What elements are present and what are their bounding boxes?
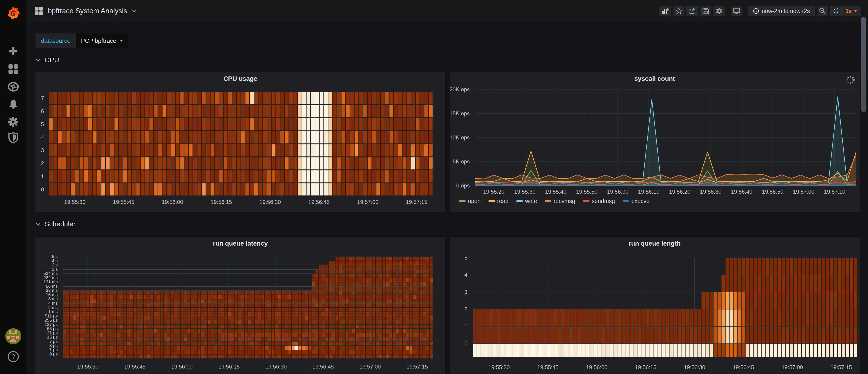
legend-swatch: [517, 200, 523, 202]
x-tick-label: 19:55:50: [576, 189, 597, 195]
legend-item-read[interactable]: read: [489, 198, 508, 205]
x-tick-label: 19:57:00: [793, 189, 814, 195]
y-tick-label: 7: [41, 95, 44, 101]
legend-item-recvmsg[interactable]: recvmsg: [545, 198, 575, 205]
x-tick-label: 19:57:00: [357, 199, 378, 205]
x-tick-label: 19:57:00: [782, 364, 803, 371]
chevron-down-icon: [35, 222, 41, 226]
x-tick-label: 19:56:30: [700, 189, 721, 195]
syscall-line-chart[interactable]: [475, 90, 856, 186]
syscall-y-axis: 20K ops15K ops10K ops5K ops0 ops: [450, 90, 472, 186]
row-header-cpu[interactable]: CPU: [35, 56, 59, 64]
refresh-icon: [833, 8, 839, 14]
top-navbar: bpftrace System Analysis: [26, 0, 868, 22]
legend-label: write: [525, 198, 537, 205]
y-tick-label: 1: [464, 323, 467, 330]
grafana-dashboard: ? bpftrace System Analysis: [0, 0, 868, 374]
avatar-icon: [5, 328, 21, 344]
dashboard-title[interactable]: bpftrace System Analysis: [48, 7, 127, 15]
time-range-picker[interactable]: now-2m to now+2s: [748, 6, 815, 16]
legend-item-open[interactable]: open: [459, 198, 481, 205]
y-tick-label: 0 µs: [50, 351, 58, 356]
y-tick-label: 3: [41, 147, 44, 154]
legend-label: read: [497, 198, 508, 205]
panel-run-queue-length: run queue length 543210 19:55:3019:55:45…: [450, 237, 860, 374]
y-tick-label: 5K ops: [453, 158, 470, 165]
cycle-view-monitor-icon: [733, 7, 740, 14]
datasource-label: datasource: [35, 33, 76, 48]
window-scrollbar[interactable]: [861, 17, 866, 112]
legend-item-sendmsg[interactable]: sendmsg: [583, 198, 615, 205]
panel-title-run-queue-latency[interactable]: run queue latency: [36, 240, 445, 247]
mark-favorite-button[interactable]: [673, 6, 684, 16]
add-panel-button[interactable]: [659, 6, 671, 16]
x-tick-label: 19:57:15: [831, 364, 852, 371]
sidebar-item-explore[interactable]: [7, 81, 19, 93]
datasource-value-dropdown[interactable]: PCP bpftrace: [76, 33, 128, 48]
x-tick-label: 19:56:00: [171, 364, 192, 370]
rq-length-heatmap[interactable]: [473, 258, 858, 357]
dashboard-settings-button[interactable]: [713, 6, 725, 16]
star-icon: [675, 7, 682, 14]
y-tick-label: 5: [464, 254, 467, 261]
legend-label: execve: [631, 198, 649, 205]
user-avatar[interactable]: [5, 328, 22, 344]
refresh-caret-down-icon: [854, 10, 857, 12]
y-tick-label: 4: [41, 134, 44, 141]
x-tick-label: 19:55:45: [113, 199, 134, 205]
panel-title-cpu-usage[interactable]: CPU usage: [36, 75, 445, 83]
x-tick-label: 19:55:45: [124, 364, 145, 370]
add-panel-icon: [662, 8, 669, 14]
x-tick-label: 19:56:00: [586, 364, 607, 371]
grafana-logo[interactable]: [5, 5, 22, 22]
sidebar-item-help[interactable]: ?: [7, 351, 19, 363]
panel-cpu-usage: CPU usage 76543210 19:55:3019:55:4519:56…: [35, 72, 445, 212]
legend-label: recvmsg: [554, 198, 575, 205]
y-tick-label: 5: [41, 121, 44, 127]
x-tick-label: 19:56:45: [308, 199, 330, 205]
x-tick-label: 19:56:45: [312, 364, 334, 370]
y-tick-label: 0: [464, 340, 467, 347]
cpu-usage-heatmap[interactable]: [49, 92, 433, 196]
title-caret-down-icon[interactable]: [132, 9, 136, 12]
row-header-scheduler[interactable]: Scheduler: [35, 220, 75, 228]
x-tick-label: 19:56:50: [762, 189, 783, 195]
zoom-out-time-button[interactable]: [817, 6, 828, 16]
refresh-interval-dropdown[interactable]: 1s: [842, 8, 861, 14]
share-button[interactable]: [686, 6, 698, 16]
row-title-scheduler: Scheduler: [44, 220, 75, 228]
x-tick-label: 19:56:40: [731, 189, 752, 195]
x-tick-label: 19:56:30: [265, 364, 287, 370]
refresh-button[interactable]: [831, 6, 842, 16]
legend-swatch: [545, 200, 551, 202]
sidebar-item-server-admin[interactable]: [7, 132, 19, 144]
cycle-view-mode-button[interactable]: [731, 6, 742, 16]
configuration-gear-icon: [8, 116, 19, 127]
dashboard-grid-icon[interactable]: [35, 7, 43, 15]
svg-text:?: ?: [11, 353, 15, 360]
x-tick-label: 19:56:20: [669, 189, 690, 195]
x-tick-label: 19:56:30: [259, 199, 281, 205]
chevron-down-icon: [35, 58, 41, 62]
legend-item-write[interactable]: write: [517, 198, 537, 205]
clock-icon: [753, 8, 759, 14]
sidebar-item-dashboards[interactable]: [7, 63, 19, 75]
panel-title-syscall-count[interactable]: syscall count: [450, 75, 859, 83]
rq-latency-heatmap[interactable]: [63, 257, 433, 359]
rq-length-x-axis: 19:55:3019:55:4519:56:0019:56:1519:56:30…: [473, 364, 858, 372]
panel-title-run-queue-length[interactable]: run queue length: [450, 240, 859, 247]
sidebar-item-configuration[interactable]: [7, 116, 19, 128]
y-tick-label: 15K ops: [450, 110, 470, 117]
x-tick-label: 19:57:00: [360, 364, 381, 370]
x-tick-label: 19:55:20: [483, 189, 504, 195]
sidebar-item-create[interactable]: [7, 45, 19, 57]
alerting-bell-icon: [8, 99, 19, 109]
datasource-value: PCP bpftrace: [81, 37, 116, 44]
save-dashboard-button[interactable]: [700, 6, 711, 16]
x-tick-label: 19:56:45: [733, 364, 754, 371]
template-variable-datasource[interactable]: datasource PCP bpftrace: [35, 33, 128, 48]
sidebar-item-alerting[interactable]: [7, 98, 19, 110]
panel-row-cpu: CPU usage 76543210 19:55:3019:55:4519:56…: [35, 72, 860, 212]
legend-item-execve[interactable]: execve: [623, 198, 649, 205]
legend-label: open: [468, 198, 481, 205]
